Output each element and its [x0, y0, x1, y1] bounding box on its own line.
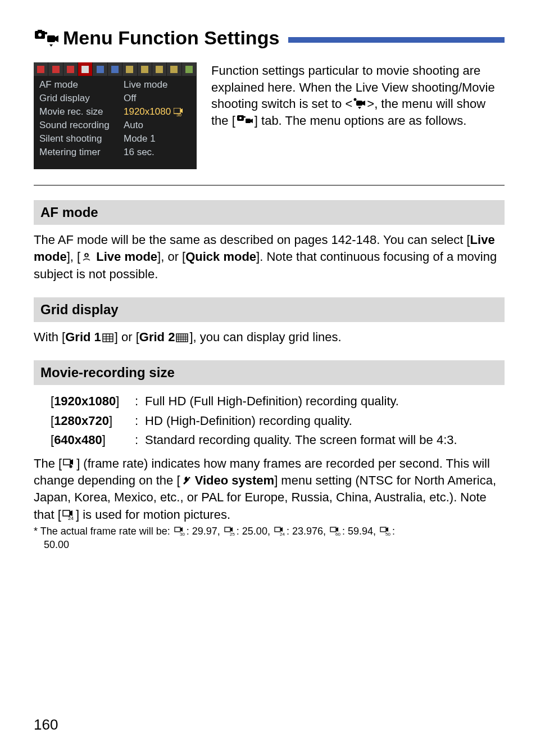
- menu-tab: [167, 62, 181, 76]
- grid-body: With [Grid 1] or [Grid 2], you can displ…: [34, 329, 505, 346]
- text-fragment: ], you can display grid lines.: [189, 330, 341, 344]
- svg-text:30: 30: [180, 532, 185, 536]
- text-fragment: : 59.94,: [342, 526, 379, 537]
- menu-value: 1920x1080 30: [124, 106, 191, 117]
- svg-rect-45: [380, 527, 386, 532]
- menu-label: Grid display: [39, 93, 124, 104]
- svg-text:60: 60: [335, 532, 340, 536]
- svg-rect-39: [225, 527, 230, 532]
- svg-point-11: [244, 116, 246, 117]
- text-fragment: The [: [34, 456, 62, 470]
- text-fragment: : 29.97,: [187, 526, 223, 537]
- text-fragment: : 23.976,: [287, 526, 329, 537]
- resolution-key: [1280x720]: [51, 411, 135, 431]
- svg-text:24: 24: [68, 515, 74, 520]
- svg-rect-8: [356, 101, 362, 106]
- resolution-value: :Standard recording quality. The screen …: [135, 431, 505, 450]
- menu-tabs: [34, 62, 197, 76]
- text-fragment: With [: [34, 330, 65, 344]
- framerate-generic-icon: [63, 459, 75, 469]
- camera-dot-movie-icon: [34, 30, 60, 47]
- bold-text: Live mode: [93, 250, 157, 264]
- resolution-value: :Full HD (Full High-Definition) recordin…: [135, 392, 505, 411]
- menu-label: Silent shooting: [39, 133, 124, 144]
- svg-point-14: [85, 255, 87, 256]
- text-fragment: The AF mode will be the same as describe…: [34, 233, 470, 247]
- svg-point-3: [45, 31, 48, 34]
- intro-row: AF mode Live mode Grid display Off Movie…: [34, 62, 505, 169]
- framerate-footnote: * The actual frame rate will be: 30: 29.…: [34, 524, 505, 552]
- bold-text: Grid 2: [139, 330, 175, 344]
- menu-label: Sound recording: [39, 120, 124, 131]
- bold-text: Quick mode: [185, 250, 256, 264]
- menu-body: AF mode Live mode Grid display Off Movie…: [34, 76, 197, 169]
- menu-tab: [182, 62, 197, 76]
- af-body: The AF mode will be the same as describe…: [34, 232, 505, 283]
- text-fragment: ] is used for motion pictures.: [76, 508, 230, 522]
- menu-tab: [108, 62, 122, 76]
- text-fragment: Standard recording quality. The screen f…: [145, 431, 457, 450]
- resolution-value: :HD (High-Definition) recording quality.: [135, 411, 505, 431]
- menu-tab: [138, 62, 152, 76]
- text-fragment: Full HD (Full High-Definition) recording…: [145, 392, 399, 411]
- menu-tab: [48, 62, 63, 76]
- framerate-50-icon: 50: [380, 527, 391, 536]
- menu-tab: [122, 62, 137, 76]
- page-number: 160: [34, 716, 58, 734]
- framerate-24-icon: 24: [62, 510, 75, 520]
- svg-text:25: 25: [230, 532, 235, 536]
- wrench-icon: [181, 476, 190, 486]
- bold-text: 1280x720: [54, 414, 109, 428]
- menu-tab-active: [78, 62, 93, 76]
- menu-tab: [63, 62, 78, 76]
- svg-rect-12: [246, 119, 251, 123]
- menu-value: Mode 1: [124, 133, 191, 144]
- menu-value-text: 1920x1080: [124, 106, 174, 117]
- menu-screenshot: AF mode Live mode Grid display Off Movie…: [34, 62, 197, 169]
- menu-row: Silent shooting Mode 1: [34, 132, 197, 146]
- svg-rect-2: [38, 30, 42, 32]
- framerate-25-icon: 25: [224, 527, 235, 536]
- menu-label: Metering timer: [39, 147, 124, 158]
- menu-tab: [93, 62, 107, 76]
- menu-value: Off: [124, 93, 191, 104]
- resolution-row: [1280x720] :HD (High-Definition) recordi…: [51, 411, 505, 431]
- page-title-row: Menu Function Settings: [34, 27, 505, 49]
- svg-rect-16: [103, 334, 113, 342]
- text-fragment: : 25.00,: [237, 526, 273, 537]
- section-divider: [34, 185, 505, 185]
- menu-value: Auto: [124, 120, 191, 131]
- text-fragment: HD (High-Definition) recording quality.: [145, 411, 352, 431]
- title-divider: [288, 37, 505, 43]
- svg-point-13: [85, 253, 88, 257]
- text-fragment: 50.00: [34, 538, 505, 551]
- framerate-24-icon: 24: [274, 527, 285, 536]
- menu-tab: [34, 62, 48, 76]
- movie-mode-icon: [353, 98, 366, 109]
- text-fragment: ], [: [67, 250, 80, 264]
- svg-point-34: [188, 477, 190, 478]
- menu-label: AF mode: [39, 79, 124, 90]
- menu-row: Metering timer 16 sec.: [34, 146, 197, 159]
- resolution-key: [640x480]: [51, 431, 135, 450]
- text-fragment: * The actual frame rate will be:: [34, 526, 173, 537]
- bold-text: Video system: [192, 473, 275, 487]
- svg-point-1: [38, 33, 42, 37]
- resolution-row: [1920x1080] :Full HD (Full High-Definiti…: [51, 392, 505, 411]
- text-fragment: :: [392, 526, 395, 537]
- svg-rect-37: [175, 527, 180, 532]
- menu-row: Sound recording Auto: [34, 119, 197, 132]
- resolution-list: [1920x1080] :Full HD (Full High-Definiti…: [51, 392, 505, 449]
- framerate-60-icon: 60: [330, 527, 341, 536]
- svg-text:30: 30: [176, 112, 181, 116]
- svg-text:50: 50: [385, 532, 390, 536]
- resolution-row: [640x480] :Standard recording quality. T…: [51, 431, 505, 450]
- grid1-icon: [102, 333, 113, 342]
- svg-point-15: [87, 255, 88, 256]
- menu-tab: [152, 62, 167, 76]
- framerate-body: The [] (frame rate) indicates how many f…: [34, 455, 505, 523]
- intro-text: Function settings particular to movie sh…: [211, 62, 505, 169]
- section-heading-grid: Grid display: [34, 297, 505, 322]
- svg-text:24: 24: [280, 532, 285, 536]
- grid2-icon: [176, 333, 188, 342]
